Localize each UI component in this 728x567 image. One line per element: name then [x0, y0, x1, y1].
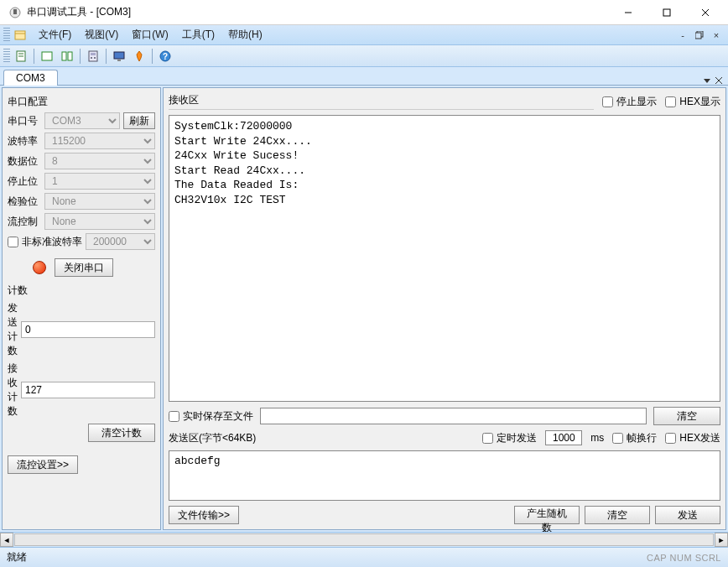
svg-point-19	[94, 57, 96, 59]
toolbar: ?	[0, 45, 728, 67]
flow-label: 流控制	[8, 215, 41, 229]
stop-label: 停止位	[8, 174, 41, 189]
scroll-track[interactable]	[14, 533, 714, 546]
tab-com3[interactable]: COM3	[3, 70, 58, 86]
nonstd-baud-select[interactable]: 200000	[86, 233, 155, 250]
scroll-right-icon[interactable]: ►	[715, 533, 728, 547]
status-led	[33, 261, 46, 274]
new-icon[interactable]	[12, 47, 30, 65]
close-button[interactable]	[686, 0, 725, 25]
flow-settings-button[interactable]: 流控设置>>	[8, 455, 78, 474]
help-icon[interactable]: ?	[156, 47, 174, 65]
tx-title: 发送区(字节<64KB)	[169, 431, 474, 445]
menu-file[interactable]: 文件(F)	[32, 26, 78, 44]
rx-tx-panel: 接收区 停止显示 HEX显示 SystemClk:72000000 Start …	[163, 87, 726, 530]
status-indicators: CAP NUM SCRL	[647, 553, 721, 563]
recv-count-label: 接收计数	[8, 362, 18, 419]
svg-rect-13	[42, 52, 52, 60]
clear-count-button[interactable]: 清空计数	[88, 424, 155, 442]
pin-icon[interactable]	[130, 47, 148, 65]
send-count-label: 发送计数	[8, 301, 18, 358]
hex-send-checkbox[interactable]: HEX发送	[665, 431, 720, 445]
pause-display-checkbox[interactable]: 停止显示	[602, 95, 657, 109]
menu-bar: 文件(F) 视图(V) 窗口(W) 工具(T) 帮助(H) - ×	[0, 25, 728, 45]
parity-label: 检验位	[8, 195, 41, 209]
send-button[interactable]: 发送	[655, 506, 720, 524]
ms-label: ms	[590, 432, 604, 444]
menu-window[interactable]: 窗口(W)	[125, 26, 174, 44]
app-menu-icon	[13, 29, 27, 42]
mdi-minimize[interactable]: -	[674, 29, 691, 42]
window-title: 串口调试工具 - [COM3]	[27, 5, 609, 19]
status-bar: 就绪 CAP NUM SCRL	[0, 547, 728, 567]
refresh-button[interactable]: 刷新	[123, 112, 155, 129]
horizontal-scrollbar[interactable]: ◄ ►	[0, 532, 728, 547]
svg-text:?: ?	[163, 52, 168, 61]
svg-rect-9	[695, 33, 701, 39]
data-label: 数据位	[8, 154, 41, 169]
toolbar-grip	[3, 49, 10, 64]
svg-rect-3	[663, 9, 670, 16]
menu-view[interactable]: 视图(V)	[78, 26, 125, 44]
menu-tools[interactable]: 工具(T)	[175, 26, 221, 44]
serial-config-panel: 串口配置 串口号 COM3 刷新 波特率 115200 数据位 8 停止位 1 …	[2, 87, 161, 530]
svg-rect-14	[62, 52, 66, 60]
tab-dropdown-icon[interactable]	[703, 76, 711, 85]
realtime-save-checkbox[interactable]: 实时保存至文件	[169, 409, 253, 424]
svg-rect-20	[114, 52, 124, 59]
svg-rect-17	[91, 53, 96, 55]
svg-rect-15	[68, 52, 72, 60]
port-label: 串口号	[8, 114, 41, 128]
status-ready: 就绪	[7, 550, 647, 564]
minimize-button[interactable]	[609, 0, 647, 25]
svg-marker-22	[137, 51, 142, 61]
tab-strip: COM3	[0, 67, 728, 86]
hex-display-checkbox[interactable]: HEX显示	[665, 95, 720, 109]
svg-point-18	[91, 57, 92, 59]
frame-wrap-checkbox[interactable]: 帧换行	[612, 431, 657, 445]
random-button[interactable]: 产生随机数	[514, 506, 580, 524]
workspace: 串口配置 串口号 COM3 刷新 波特率 115200 数据位 8 停止位 1 …	[0, 86, 728, 532]
menu-help[interactable]: 帮助(H)	[221, 26, 269, 44]
send-count-field[interactable]	[21, 321, 155, 338]
calc-icon[interactable]	[84, 47, 102, 65]
tab-close-icon[interactable]	[715, 76, 723, 85]
menu-grip	[3, 28, 10, 43]
serial-config-title: 串口配置	[8, 93, 155, 111]
nonstd-baud-checkbox[interactable]: 非标准波特率	[8, 235, 82, 249]
close-port-button[interactable]: 关闭串口	[55, 258, 113, 277]
tx-clear-button[interactable]: 清空	[585, 506, 650, 524]
rx-title: 接收区	[169, 93, 594, 110]
svg-rect-16	[89, 51, 97, 61]
file-transfer-button[interactable]: 文件传输>>	[169, 506, 239, 524]
data-select[interactable]: 8	[44, 153, 155, 169]
rx-textarea[interactable]: SystemClk:72000000 Start Write 24Cxx....…	[169, 115, 720, 402]
interval-input[interactable]	[545, 430, 582, 445]
baud-label: 波特率	[8, 134, 41, 148]
stop-select[interactable]: 1	[44, 173, 155, 190]
layout1-icon[interactable]	[38, 47, 56, 65]
save-filepath-input[interactable]	[260, 408, 647, 424]
maximize-button[interactable]	[647, 0, 686, 25]
scroll-left-icon[interactable]: ◄	[0, 533, 13, 547]
parity-select[interactable]: None	[44, 193, 155, 210]
mdi-close[interactable]: ×	[708, 29, 725, 42]
baud-select[interactable]: 115200	[44, 133, 155, 149]
rx-clear-button[interactable]: 清空	[653, 407, 720, 425]
svg-rect-21	[117, 60, 121, 61]
count-title: 计数	[8, 282, 155, 299]
title-bar: 串口调试工具 - [COM3]	[0, 0, 728, 25]
timed-send-checkbox[interactable]: 定时发送	[482, 431, 537, 445]
monitor-icon[interactable]	[110, 47, 128, 65]
svg-rect-1	[13, 9, 17, 14]
port-select[interactable]: COM3	[44, 112, 120, 129]
mdi-restore[interactable]	[691, 29, 708, 42]
app-icon	[8, 6, 22, 19]
svg-marker-25	[704, 79, 710, 83]
svg-rect-6	[15, 31, 25, 39]
recv-count-field[interactable]	[21, 382, 155, 398]
tx-textarea[interactable]	[169, 450, 720, 501]
layout2-icon[interactable]	[58, 47, 76, 65]
flow-select[interactable]: None	[44, 213, 155, 230]
